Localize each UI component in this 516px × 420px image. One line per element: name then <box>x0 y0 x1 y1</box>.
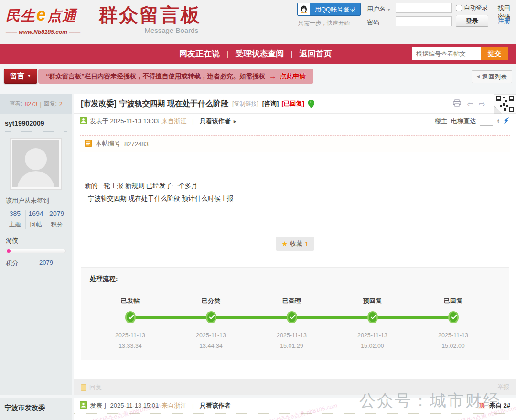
views-label: 查看: <box>9 100 22 108</box>
only-author-link[interactable]: 只看该作者 <box>200 117 231 126</box>
author-stats: 385主题 1694回帖 2079积分 <box>5 210 67 229</box>
password-label: 密码 <box>367 18 379 27</box>
reply-button[interactable]: 回复 <box>81 383 102 392</box>
username-input[interactable] <box>396 3 452 13</box>
post1-posted-time: 发表于 2025-11-13 13:33 <box>90 117 159 126</box>
site-title: 群众留言板 <box>98 2 201 28</box>
timeline-step-posted: 已发帖 2025-11-1313:33:34 <box>90 297 171 351</box>
views-count: 8273 <box>25 101 38 108</box>
elevator-label: 电梯直达 <box>451 117 476 126</box>
thread-container: 查看:8273 | 回复:2 [市发改委] 宁波轨交四期 现在处于什么阶段 [复… <box>0 94 516 420</box>
stats-separator: | <box>40 101 41 108</box>
prev-thread-icon[interactable]: ⇦ <box>467 99 473 108</box>
post2-author-name[interactable]: 宁波市发改委 <box>5 404 67 417</box>
post-id-box: 本帖编号 8272483 <box>80 135 510 152</box>
floor-number[interactable]: 来自 2# <box>489 401 510 410</box>
logo-e-mark: e <box>35 5 47 24</box>
nav-separator: | <box>284 49 299 59</box>
site-logo[interactable]: 民生e点通 —— www.Nb8185.com —— <box>6 5 80 35</box>
qq-login-label: 用QQ账号登录 <box>310 5 360 14</box>
copyright-notice: “群众留言板”栏目内容未经授权，不得擅自使用或转载，违者必究。如需授权 → 点此… <box>38 69 313 84</box>
thread-category[interactable]: [市发改委] <box>81 99 117 109</box>
floor-host-label[interactable]: 楼主 <box>435 117 447 126</box>
apply-authorization-link[interactable]: 点此申请 <box>280 72 306 81</box>
notice-bar: 留言 ▼ “群众留言板”栏目内容未经授权，不得擅自使用或转载，违者必究。如需授权… <box>0 64 516 90</box>
stat-topics[interactable]: 385主题 <box>5 210 26 229</box>
check-node-icon <box>206 311 216 323</box>
auto-login-option[interactable]: 自动登录 <box>456 4 488 12</box>
jump-icon[interactable] <box>504 117 510 126</box>
header-divider <box>92 6 92 34</box>
arrow-right-icon: → <box>269 72 276 80</box>
check-node-icon <box>367 311 378 323</box>
elevator-spinner[interactable]: ▲▼ <box>497 119 500 124</box>
timeline-step-prereply: 预回复 2025-11-1315:02:00 <box>332 297 413 351</box>
notice-text: “群众留言板”栏目内容未经授权，不得擅自使用或转载，违者必究。如需授权 <box>46 72 265 81</box>
favorite-count: 1 <box>305 240 308 248</box>
timeline-step-replied: 已回复 2025-11-1315:02:00 <box>413 297 494 351</box>
next-thread-icon[interactable]: ⇨ <box>479 99 485 108</box>
rank-progress-knob <box>7 249 11 253</box>
triangle-right-icon: ▶ <box>234 119 236 124</box>
post2-meta: 发表于 2025-11-13 15:01 来自浙江 | 只看该作者 顶 来自 2… <box>74 398 516 414</box>
process-timeline: 已发帖 2025-11-1313:33:34 已分类 2025-11-1313:… <box>90 297 494 351</box>
points-row: 积分 2079 <box>6 259 67 268</box>
author-rank: 游侠 <box>6 237 67 245</box>
post1-footer: 回复 举报 <box>74 379 516 395</box>
login-panel: 用QQ账号登录 只需一步，快速开始 用户名▼ 自动登录 找回密码 密码 登录 注… <box>291 0 516 44</box>
username-dropdown-icon[interactable]: ▼ <box>387 8 391 12</box>
check-node-icon <box>287 311 297 323</box>
post-id-submit-button[interactable]: 提交 <box>481 47 508 60</box>
report-link[interactable]: 举报 <box>497 383 509 391</box>
elevator-floor-input[interactable] <box>480 118 493 126</box>
favorite-row: ★ 收藏 1 <box>74 237 516 251</box>
nav-link-home[interactable]: 返回首页 <box>300 48 332 59</box>
post-id-value: 8272483 <box>124 140 149 148</box>
thread-title-bar: [市发改委] 宁波轨交四期 现在处于什么阶段 [复制链接] [咨询] [已回复]… <box>74 94 516 114</box>
register-link[interactable]: 注册 <box>498 17 510 25</box>
location-pin-icon[interactable] <box>308 100 314 108</box>
post2-posted-time: 发表于 2025-11-13 15:01 <box>90 401 159 410</box>
arrow-left-icon: ◀ <box>477 75 480 79</box>
site-title-block: 群众留言板 Message Boards <box>98 2 201 34</box>
main-navbar: 网友正在说 | 受理状态查阅 | 返回首页 提交 <box>0 44 516 64</box>
post1-content: 新的一轮上报 新规则 已经发了一个多月 宁波轨交四期 现在处于什么阶段 预计什么… <box>85 179 516 205</box>
stat-points[interactable]: 2079积分 <box>46 210 67 229</box>
post2-author-panel: 宁波市发改委 <box>0 398 72 420</box>
qq-login-button[interactable]: 用QQ账号登录 <box>297 3 361 16</box>
timeline-step-classified: 已分类 2025-11-1313:44:34 <box>171 297 251 351</box>
thread-title-row: 查看:8273 | 回复:2 [市发改委] 宁波轨交四期 现在处于什么阶段 [复… <box>0 94 516 114</box>
only-author-link[interactable]: 只看该作者 <box>200 401 231 410</box>
copy-link[interactable]: [复制链接] <box>232 100 258 108</box>
login-button[interactable]: 登录 <box>456 15 488 27</box>
post1-location: 来自浙江 <box>161 117 186 126</box>
nav-link-talking[interactable]: 网友正在说 <box>179 48 220 59</box>
qq-login-hint: 只需一步，快速开始 <box>298 19 350 27</box>
star-icon: ★ <box>282 240 288 248</box>
post1-body: 发表于 2025-11-13 13:33 来自浙江 | 只看该作者 ▶ 楼主 电… <box>74 114 516 395</box>
back-to-list-button[interactable]: ◀ 返回列表 <box>472 70 512 83</box>
leave-message-button[interactable]: 留言 ▼ <box>4 69 37 84</box>
check-node-icon <box>448 311 459 323</box>
nav-link-status[interactable]: 受理状态查阅 <box>235 48 284 59</box>
replies-count: 2 <box>59 101 63 108</box>
post1-author-name[interactable]: syt19902009 <box>5 119 67 132</box>
qq-penguin-icon <box>298 3 310 15</box>
logo-text: 民生e点通 <box>6 5 80 26</box>
username-label[interactable]: 用户名▼ <box>367 5 391 13</box>
sign-in-status: 该用户从未签到 <box>6 196 67 205</box>
content-line: 宁波轨交四期 现在处于什么阶段 预计什么时候上报 <box>85 192 516 205</box>
logo-url: —— www.Nb8185.com —— <box>6 29 80 35</box>
post1-avatar[interactable] <box>10 138 62 190</box>
favorite-button[interactable]: ★ 收藏 1 <box>276 237 314 251</box>
post-id-search-input[interactable] <box>412 47 481 60</box>
top-badge: 顶 <box>478 402 485 409</box>
password-input[interactable] <box>396 16 452 26</box>
thread-title: 宁波轨交四期 现在处于什么阶段 <box>119 99 228 109</box>
post2-location: 来自浙江 <box>161 401 186 410</box>
auto-login-checkbox[interactable] <box>456 5 462 11</box>
chevron-down-icon: ▼ <box>27 74 31 78</box>
stat-replies[interactable]: 1694回帖 <box>26 210 47 229</box>
qr-code[interactable] <box>494 94 516 116</box>
print-icon[interactable] <box>453 99 461 108</box>
